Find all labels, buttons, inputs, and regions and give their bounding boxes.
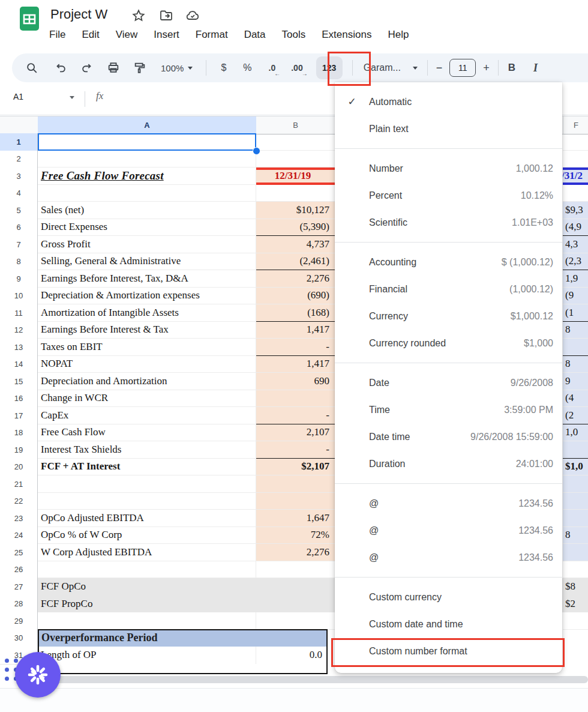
row-header-1[interactable]: 1 [0, 133, 38, 151]
row-header-23[interactable]: 23 [0, 510, 38, 528]
row-header-28[interactable]: 28 [0, 596, 38, 614]
selected-cell-outline[interactable] [38, 133, 256, 151]
cell-A2[interactable] [38, 151, 256, 168]
cell-F4[interactable] [563, 185, 588, 202]
increase-decimal-button[interactable]: .00→ [291, 63, 302, 73]
cell-F25[interactable] [563, 544, 588, 561]
paint-format-icon[interactable] [133, 61, 146, 74]
format-option-date[interactable]: Date9/26/2008 [335, 369, 562, 396]
bold-button[interactable]: B [508, 62, 515, 74]
gemini-fab-button[interactable] [15, 652, 61, 698]
cell-A5[interactable]: Sales (net) [38, 202, 256, 219]
format-percent-button[interactable]: % [243, 62, 251, 73]
menu-data[interactable]: Data [244, 29, 266, 41]
cell-B21[interactable] [256, 475, 335, 493]
column-header-b[interactable]: B [256, 116, 335, 134]
cell-F12[interactable]: 8 [563, 322, 588, 339]
cell-A13[interactable]: Taxes on EBIT [38, 339, 256, 356]
cell-B15[interactable]: 690 [256, 373, 335, 390]
cell-F2[interactable] [563, 151, 588, 168]
cell-A17[interactable]: CapEx [38, 407, 256, 424]
cell-B10[interactable]: (690) [256, 288, 335, 305]
increase-font-size-button[interactable]: + [483, 62, 490, 74]
name-box[interactable]: A1 [13, 92, 23, 101]
menu-format[interactable]: Format [196, 29, 228, 41]
cell-B9[interactable]: 2,276 [256, 270, 335, 288]
cell-B22[interactable] [256, 493, 335, 510]
menu-extensions[interactable]: Extensions [322, 29, 371, 41]
cell-B13[interactable]: - [256, 339, 335, 356]
cell-A4[interactable] [38, 185, 256, 202]
undo-icon[interactable] [54, 61, 67, 74]
font-family-select[interactable]: Garam... [364, 62, 418, 73]
row-header-24[interactable]: 24 [0, 527, 38, 545]
cell-F21[interactable] [563, 475, 588, 493]
cell-F26[interactable] [563, 561, 588, 579]
cell-A11[interactable]: Amortization of Intangible Assets [38, 304, 256, 322]
menu-view[interactable]: View [116, 29, 138, 41]
cell-A29[interactable] [38, 612, 256, 630]
search-icon[interactable] [25, 61, 38, 74]
column-header-a[interactable]: A [38, 116, 257, 134]
cell-B11[interactable]: (168) [256, 304, 335, 322]
format-option-date-time[interactable]: Date time9/26/2008 15:59:00 [335, 423, 562, 450]
cell-B24[interactable]: 72% [256, 527, 335, 545]
cell-B25[interactable]: 2,276 [256, 544, 335, 561]
format-option-duration[interactable]: Duration24:01:00 [335, 450, 562, 477]
cell-B4[interactable] [256, 185, 335, 202]
row-header-18[interactable]: 18 [0, 424, 38, 442]
cell-B18[interactable]: 2,107 [256, 424, 335, 442]
cell-F29[interactable] [563, 612, 588, 630]
menu-edit[interactable]: Edit [82, 29, 99, 41]
row-header-30[interactable]: 30 [0, 630, 38, 648]
italic-button[interactable]: I [533, 62, 538, 74]
name-box-chevron-icon[interactable] [70, 96, 74, 99]
menu-help[interactable]: Help [388, 29, 409, 41]
cell-F18[interactable]: 1,0 [563, 424, 588, 442]
format-currency-button[interactable]: $ [221, 62, 226, 73]
cell-B12[interactable]: 1,417 [256, 322, 335, 339]
cell-B19[interactable]: - [256, 441, 335, 459]
row-header-11[interactable]: 11 [0, 304, 38, 322]
move-folder-icon[interactable] [159, 8, 173, 23]
redo-icon[interactable] [80, 61, 94, 74]
cell-A23[interactable]: OpCo Adjusted EBITDA [38, 510, 256, 527]
cell-A26[interactable] [38, 561, 256, 579]
row-header-17[interactable]: 17 [0, 407, 38, 425]
format-option-automatic[interactable]: ✓Automatic [335, 88, 562, 115]
row-header-8[interactable]: 8 [0, 253, 38, 271]
cell-B29[interactable] [256, 612, 335, 630]
cell-B31[interactable]: 0.0 [38, 647, 322, 664]
row-header-25[interactable]: 25 [0, 544, 38, 562]
cell-B3[interactable]: 12/31/19 [256, 167, 335, 185]
row-header-14[interactable]: 14 [0, 356, 38, 374]
decrease-decimal-button[interactable]: .0← [269, 63, 276, 73]
cell-B27[interactable] [256, 578, 335, 596]
cell-A30[interactable]: Overperformance Period [38, 630, 327, 647]
cell-A25[interactable]: W Corp Adjusted EBITDA [38, 544, 256, 561]
row-header-22[interactable]: 22 [0, 493, 38, 511]
cell-B26[interactable] [256, 561, 335, 579]
format-option-at[interactable]: @1234.56 [335, 544, 562, 571]
format-option-time[interactable]: Time3:59:00 PM [335, 396, 562, 423]
cell-A21[interactable] [38, 475, 256, 493]
cell-F17[interactable]: (2 [563, 407, 588, 424]
cell-A6[interactable]: Direct Expenses [38, 219, 256, 237]
format-option-custom-currency[interactable]: Custom currency [335, 584, 562, 611]
row-header-10[interactable]: 10 [0, 288, 38, 306]
row-header-2[interactable]: 2 [0, 151, 38, 169]
cell-A14[interactable]: NOPAT [38, 356, 256, 373]
format-option-at[interactable]: @1234.56 [335, 517, 562, 544]
format-option-at[interactable]: @1234.56 [335, 490, 562, 517]
cell-F10[interactable]: (9 [563, 288, 588, 305]
row-header-26[interactable]: 26 [0, 561, 38, 579]
cell-F7[interactable]: 4,3 [563, 236, 588, 253]
cell-F24[interactable]: 8 [563, 527, 588, 545]
cell-F5[interactable]: $9,3 [563, 202, 588, 219]
cell-A28[interactable]: FCF PropCo [38, 596, 256, 613]
format-option-number[interactable]: Number1,000.12 [335, 155, 562, 182]
cell-A16[interactable]: Change in WCR [38, 390, 256, 408]
cell-A9[interactable]: Earnings Before Interest, Tax, D&A [38, 270, 256, 288]
cell-F1[interactable] [563, 133, 588, 151]
cell-A24[interactable]: OpCo % of W Corp [38, 527, 256, 545]
